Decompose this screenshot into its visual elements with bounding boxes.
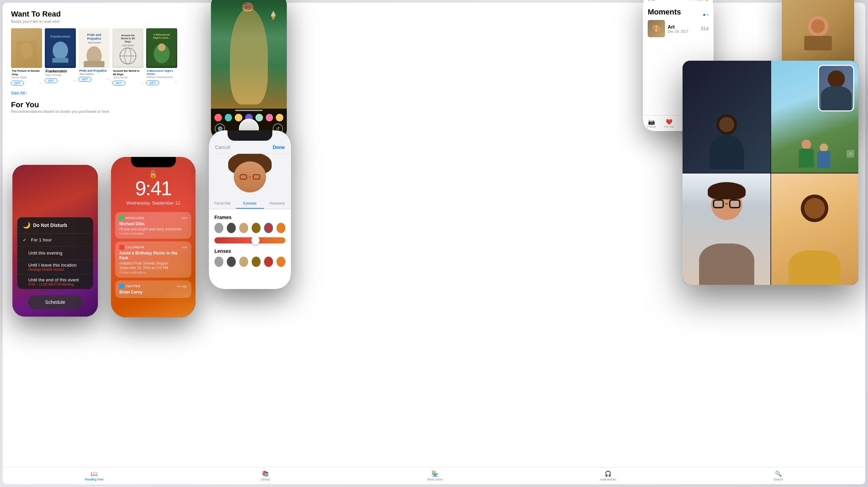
notif-notch: [131, 157, 176, 167]
notif-app-row-twitter: TWITTER: [119, 284, 141, 289]
for-you-section: For You Recommendations based on books y…: [11, 100, 196, 113]
lens-color-3[interactable]: [239, 257, 248, 267]
slider-thumb[interactable]: [251, 236, 260, 245]
notif-msg-calendar: Invitation From Smeeta SingpuriSeptember…: [119, 261, 187, 270]
man-body: [709, 135, 744, 169]
memoji-nose-bridge: [249, 177, 251, 177]
moment-item: 🎨 Art Dec 18, 2017 314: [648, 20, 709, 37]
lock-time: 9:41: [111, 178, 195, 198]
dnd-1hour-label: For 1 hour: [31, 237, 52, 242]
get-btn-2[interactable]: GET: [45, 78, 58, 83]
dots-btn-1[interactable]: ···: [39, 81, 42, 85]
woman-head: [711, 189, 742, 220]
iphone-dnd-screen: 🌙 Do Not Disturb ✓ For 1 hour Until this…: [12, 165, 98, 317]
tab-headwear[interactable]: Headwear: [264, 199, 291, 209]
svg-point-28: [811, 19, 825, 33]
dnd-event-label: Until the end of this event: [28, 277, 88, 282]
dnd-menu: 🌙 Do Not Disturb ✓ For 1 hour Until this…: [17, 217, 93, 289]
tab-facial-hair[interactable]: Facial Hair: [209, 199, 236, 209]
woman2-content: [770, 173, 858, 285]
woman2-figure: [770, 190, 858, 285]
memoji-lens-right: [253, 174, 260, 180]
book-actions-4: GET ···: [112, 81, 143, 86]
lens-color-6[interactable]: [276, 257, 285, 267]
woman-hair: [708, 182, 746, 199]
notif-app-row: MESSAGES: [119, 216, 144, 220]
lens-color-5[interactable]: [264, 257, 273, 267]
svg-text:Jules Verne: Jules Verne: [122, 44, 134, 47]
lens-color-1[interactable]: [214, 257, 223, 267]
done-button[interactable]: Done: [273, 145, 285, 150]
iphone-notif-screen: 🔓 9:41 Wednesday, September 12 MESSAGES …: [111, 157, 195, 317]
frame-color-5-selected[interactable]: [264, 223, 273, 233]
lenses-color-row: [214, 257, 285, 267]
tab-photos[interactable]: 📷 Photos: [647, 119, 656, 128]
notif-msg-messages: I'll see you bright and early tomorrow.: [119, 227, 187, 231]
iphone-dnd-device: 🌙 Do Not Disturb ✓ For 1 hour Until this…: [12, 165, 98, 317]
frame-color-3[interactable]: [239, 223, 248, 233]
dnd-title: Do Not Disturb: [33, 222, 67, 228]
dots-btn-3[interactable]: ···: [107, 78, 110, 81]
ipad-facetime-device: ⤢: [683, 61, 858, 285]
see-all-button[interactable]: See All ›: [11, 90, 196, 96]
book-cover-oscar: [11, 28, 42, 68]
facetime-self-view: [818, 65, 854, 111]
expand-icon[interactable]: ⤢: [847, 150, 854, 158]
dnd-option-location[interactable]: Until I leave this location Heritage Mid…: [17, 260, 93, 275]
svg-text:Prejudice: Prejudice: [87, 37, 101, 40]
moment-thumbnail: 🎨: [648, 20, 665, 37]
notif-sender-calendar: Annie's Birthday Picnic in the Park: [119, 251, 187, 260]
facetime-cell-man: [683, 61, 770, 173]
book-author-1: Oscar Wilde: [11, 76, 42, 79]
twitter-icon: [119, 284, 124, 289]
man-head-outer: [716, 114, 737, 135]
dots-btn-4[interactable]: ···: [141, 81, 143, 85]
hiker-figures: [799, 140, 830, 168]
svg-text:World in 80: World in 80: [121, 37, 135, 40]
dnd-event-sublabel: 9:00 – 11:00 AM PTA Meeting: [28, 282, 88, 286]
notif-card-calendar[interactable]: CALENDAR now Annie's Birthday Picnic in …: [115, 241, 191, 278]
svg-text:Days: Days: [125, 40, 131, 43]
frame-color-4[interactable]: [252, 223, 261, 233]
dnd-option-event[interactable]: Until the end of this event 9:00 – 11:00…: [17, 275, 93, 289]
memoji-lens-left: [240, 174, 247, 180]
book-actions-5: GET ···: [146, 80, 177, 85]
lens-color-4[interactable]: [252, 257, 261, 267]
books-title: Want To Read: [11, 10, 196, 19]
svg-text:Pride and: Pride and: [87, 33, 101, 37]
checkmark-icon: ✓: [23, 237, 28, 242]
frame-color-6[interactable]: [276, 223, 285, 233]
lens-color-2[interactable]: [227, 257, 236, 267]
facetime-cell-woman: [683, 173, 770, 285]
hiker2-head: [820, 143, 828, 152]
schedule-button[interactable]: Schedule: [28, 295, 82, 309]
dnd-option-evening[interactable]: Until this evening: [17, 247, 93, 260]
woman2-head-outer: [801, 195, 828, 222]
notif-card-messages[interactable]: MESSAGES now Michael Dibs I'll see you b…: [115, 212, 191, 239]
get-btn-5[interactable]: GET: [146, 80, 159, 85]
dnd-option-1hour[interactable]: ✓ For 1 hour: [17, 233, 93, 247]
notif-card-twitter[interactable]: TWITTER 4m ago Brian Carey: [115, 280, 191, 298]
book-card-3: Pride and Prejudice Jane Austen Pride an…: [79, 28, 110, 86]
dots-btn-5[interactable]: ···: [174, 81, 177, 85]
get-btn-1[interactable]: GET: [11, 81, 24, 86]
dnd-location-sublabel: Heritage Middle School: [28, 268, 88, 271]
frame-color-1[interactable]: [214, 223, 223, 233]
dots-btn-2[interactable]: ···: [73, 79, 76, 82]
notif-time-twitter: 4m ago: [177, 285, 187, 288]
get-btn-4[interactable]: GET: [112, 81, 125, 86]
svg-rect-2: [20, 57, 33, 58]
cancel-button[interactable]: Cancel: [215, 145, 230, 150]
lock-date: Wednesday, September 12: [111, 200, 195, 206]
notif-sender-twitter: Brian Carey: [119, 290, 187, 295]
book-author-4: Jules Verne: [112, 76, 143, 79]
woman2-shoulders: [789, 250, 840, 285]
tab-eyewear[interactable]: Eyewear: [236, 199, 263, 209]
memoji-tabs: Facial Hair Eyewear Headwear: [209, 199, 291, 209]
dot-indicators: [703, 14, 709, 16]
get-btn-3[interactable]: GET: [79, 77, 91, 82]
svg-text:Jane Austen: Jane Austen: [88, 41, 101, 44]
tab-for-you[interactable]: ❤️ For You: [665, 119, 674, 128]
color-slider[interactable]: [214, 237, 285, 244]
frame-color-2[interactable]: [227, 223, 236, 233]
